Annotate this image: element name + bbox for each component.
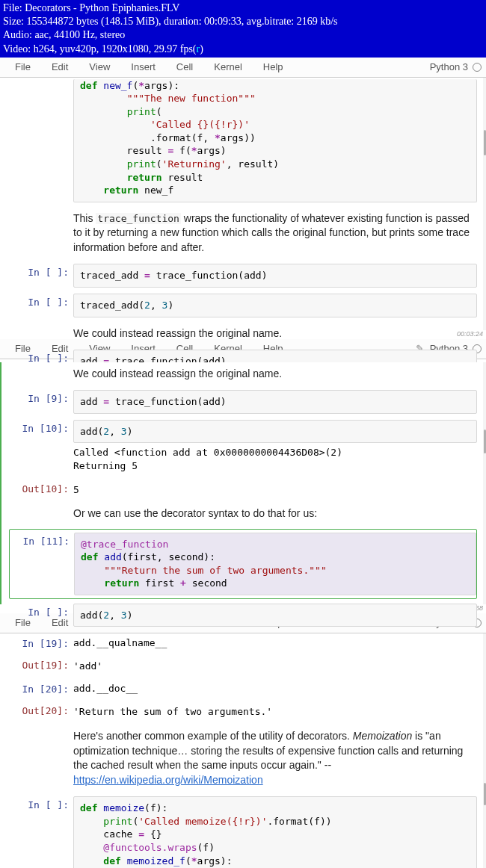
notebook-body-1: def new_f(*args): """The new function"""… [0, 78, 486, 330]
green-edge-icon [0, 362, 1, 604]
output-row: Out[10]: 5 [9, 479, 477, 500]
in-prompt: In [10]: [9, 420, 73, 474]
in-prompt: In [ ]: [9, 604, 73, 627]
markdown-text: Or we can use the decorator syntax to do… [73, 503, 477, 524]
menu-edit[interactable]: Edit [41, 60, 79, 74]
video-line: Video: h264, yuv420p, 1920x1080, 29.97 f… [3, 43, 483, 56]
in-prompt: In [ ]: [9, 294, 73, 317]
menu-help[interactable]: Help [253, 60, 294, 74]
markdown-text: This trace_function wraps the functional… [73, 208, 477, 258]
code-box[interactable]: def memoize(f): print('Called memoize({!… [73, 796, 477, 868]
code-cell: In [20]: add.__doc__ [9, 679, 477, 698]
kernel-indicator: Python 3 [430, 61, 482, 72]
code-cell: In [ ]: add(2, 3) [9, 602, 477, 629]
scrollbar-track[interactable] [483, 78, 486, 330]
in-prompt: In [ ]: [9, 264, 73, 288]
in-prompt: In [20]: [9, 681, 73, 697]
audio-line: Audio: aac, 44100 Hz, stereo [3, 28, 483, 42]
video-info-header: File: Decorators - Python Epiphanies.FLV… [0, 0, 486, 58]
out-prompt: Out[10]: [9, 480, 73, 498]
code-cell: In [10]: add(2, 3) Called <function add … [9, 418, 477, 476]
menu-view[interactable]: View [79, 60, 120, 74]
code-box[interactable]: @trace_function def add(first, second): … [74, 533, 476, 595]
markdown-text: We could instead reassign the original n… [73, 323, 477, 344]
scrollbar-track[interactable] [483, 362, 486, 604]
scrollbar-track[interactable] [483, 633, 486, 868]
in-prompt: In [9]: [9, 390, 73, 414]
code-box[interactable]: add = trace_function(add) [73, 390, 477, 414]
file-line: File: Decorators - Python Epiphanies.FLV [3, 1, 483, 15]
code-box[interactable]: add(2, 3) [73, 420, 477, 444]
output-row: Out[19]: 'add' [9, 655, 477, 676]
code-cell: In [ ]: traced_add(2, 3) [9, 292, 477, 319]
markdown-text: Here's another common example of the uti… [73, 726, 477, 790]
output-value: 5 [73, 480, 477, 498]
code-cell: In [ ]: def memoize(f): print('Called me… [9, 795, 477, 868]
code-cell-partial: def new_f(*args): """The new function"""… [9, 78, 477, 204]
output-value: 'add' [73, 657, 477, 675]
prompt-empty [9, 79, 73, 202]
in-prompt: In [11]: [10, 533, 74, 595]
notebook-body-3: In [19]: add.__qualname__ Out[19]: 'add'… [0, 633, 486, 868]
code-box[interactable]: add(2, 3) [73, 604, 477, 627]
size-line: Size: 155344872 bytes (148.15 MiB), dura… [3, 15, 483, 28]
code-box[interactable]: traced_add = trace_function(add) [73, 264, 477, 288]
markdown-cell: We could instead reassign the original n… [9, 322, 477, 346]
markdown-text: We could instead reassign the original n… [73, 364, 477, 385]
output-row: Out[20]: 'Return the sum of two argument… [9, 701, 477, 722]
notebook-body-2: We could instead reassign the original n… [0, 362, 486, 604]
markdown-cell: Or we can use the decorator syntax to do… [9, 502, 477, 526]
code-cell: In [19]: add.__qualname__ [9, 633, 477, 653]
out-prompt: Out[19]: [9, 657, 73, 675]
stdout-output: Called <function add at 0x0000000004436D… [73, 443, 477, 474]
kernel-status-icon [473, 63, 482, 72]
code-box[interactable]: def new_f(*args): """The new function"""… [73, 79, 477, 202]
code-box[interactable]: traced_add(2, 3) [73, 294, 477, 317]
markdown-cell: Here's another common example of the uti… [9, 725, 477, 792]
menubar-1: File Edit View Insert Cell Kernel Help P… [0, 58, 486, 78]
markdown-cell: This trace_function wraps the functional… [9, 207, 477, 260]
memoization-link[interactable]: https://en.wikipedia.org/wiki/Memoizatio… [73, 774, 263, 786]
in-prompt: In [19]: [9, 635, 73, 651]
code-box[interactable]: add.__qualname__ [73, 635, 477, 651]
markdown-cell: We could instead reassign the original n… [9, 362, 477, 386]
in-prompt: In [ ]: [9, 796, 73, 868]
code-cell-selected: In [11]: @trace_function def add(first, … [9, 529, 477, 599]
menu-file[interactable]: File [4, 60, 41, 74]
code-cell: In [9]: add = trace_function(add) [9, 388, 477, 415]
menu-insert[interactable]: Insert [120, 60, 166, 74]
menu-kernel[interactable]: Kernel [203, 60, 253, 74]
menu-cell[interactable]: Cell [166, 60, 203, 74]
out-prompt: Out[20]: [9, 702, 73, 720]
output-value: 'Return the sum of two arguments.' [73, 702, 477, 720]
code-cell: In [ ]: traced_add = trace_function(add) [9, 262, 477, 289]
code-box[interactable]: add.__doc__ [73, 681, 477, 697]
